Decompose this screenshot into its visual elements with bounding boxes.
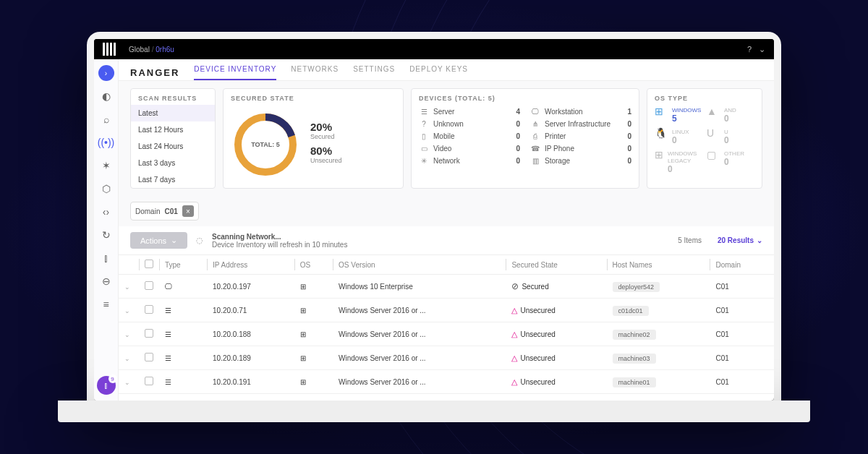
device-type-row[interactable]: ?Unknown0 [419,119,520,129]
chevron-down-icon[interactable]: ⌄ [759,45,765,54]
expand-icon[interactable]: ⌄ [124,283,133,291]
close-icon[interactable]: × [182,205,194,217]
results-dropdown[interactable]: 20 Results ⌄ [718,236,762,244]
rail-code-icon[interactable]: ‹› [98,204,114,220]
tab-deploy-keys[interactable]: DEPLOY KEYS [409,65,468,80]
scan-option[interactable]: Last 7 days [131,171,215,188]
tab-settings[interactable]: SETTINGS [353,65,395,80]
unsecured-label: Unsecured [310,157,342,164]
row-checkbox[interactable] [145,377,153,385]
rail-dashboard-icon[interactable]: ◐ [98,88,114,104]
os-type-cell[interactable]: ▢OTHER0 [707,150,754,174]
tab-device-inventory[interactable]: DEVICE INVENTORY [194,65,276,80]
secured-icon: Secured [511,283,548,291]
secured-state-card: SECURED STATE TOTAL: 5 20% [223,88,404,189]
col-header[interactable]: OS Version [333,255,506,275]
expand-icon[interactable]: ⌄ [124,379,133,386]
video-icon: ▭ [419,145,429,153]
chat-button[interactable]: ⫿ 9 [97,376,116,395]
os-type-cell[interactable]: 🐧LINUX0 [655,128,702,145]
os-type-cell[interactable]: UU0 [707,128,754,145]
expand-icon[interactable]: ⌄ [124,355,133,362]
col-header[interactable]: Secured State [506,255,606,275]
server-icon: ☰ [419,108,429,116]
row-checkbox[interactable] [145,281,153,290]
device-type-row[interactable]: ▭Video0 [419,143,520,154]
rail-shield-icon[interactable]: ⬡ [98,181,114,197]
host-pill: c01dc01 [613,306,649,316]
windows-legacy-icon: ⊞ [655,150,663,160]
row-checkbox[interactable] [145,353,153,361]
os-type-title: OS TYPE [655,95,754,102]
col-header[interactable] [119,255,139,275]
checkbox[interactable] [145,260,153,268]
device-type-row[interactable]: ✳Network0 [419,155,520,166]
scan-option[interactable]: Latest [131,105,215,121]
host-pill: machine03 [613,354,656,364]
breadcrumb-leaf[interactable]: 0rh6u [156,46,174,53]
unsecured-icon: Unsecured [511,378,555,386]
col-header[interactable] [139,255,159,275]
breadcrumb: Global / 0rh6u [129,46,174,53]
rail-sync-icon[interactable]: ↻ [98,227,114,243]
scan-results-card: SCAN RESULTS LatestLast 12 HoursLast 24 … [130,88,216,189]
host-pill: machine01 [613,377,656,387]
os-icon: ⊞ [300,354,306,362]
col-header[interactable]: Host Names [607,255,710,275]
col-header[interactable]: IP Address [207,255,294,275]
col-header[interactable]: Type [159,255,207,275]
rail-search-icon[interactable]: ⌕ [98,111,114,127]
filter-chip[interactable]: Domain C01 × [130,202,199,220]
printer-icon: ⎙ [530,132,540,140]
row-checkbox[interactable] [145,305,153,314]
scan-option[interactable]: Last 12 Hours [131,121,215,138]
header: RANGER DEVICE INVENTORYNETWORKSSETTINGSD… [119,59,774,81]
os-icon: ⊞ [300,330,306,338]
rail-archive-icon[interactable]: ⊖ [98,273,114,289]
rail-chart-icon[interactable]: ⫿ [98,250,114,266]
chevron-down-icon: ⌄ [171,236,177,245]
device-type-row[interactable]: ▥Storage0 [530,155,631,166]
actions-button[interactable]: Actions ⌄ [130,232,187,249]
col-header[interactable]: OS [294,255,333,275]
os-type-cell[interactable]: ⊞WINDOWS5 [655,106,702,124]
os-type-cell[interactable]: ⊞WINDOWS LEGACY0 [655,150,702,174]
host-pill: deployer542 [613,282,660,292]
device-type-row[interactable]: ⎙Printer0 [530,131,631,142]
help-icon[interactable]: ? [747,45,752,54]
expand-icon[interactable]: ⌄ [124,307,133,314]
scan-option[interactable]: Last 3 days [131,155,215,171]
devices-card: DEVICES (TOTAL: 5) ☰Server4🖵Workstation1… [411,88,639,189]
rail-settings-icon[interactable]: ≡ [98,296,114,312]
secured-label: Secured [310,133,342,140]
os-icon: ⊞ [300,283,306,291]
scan-option[interactable]: Last 24 Hours [131,138,215,155]
topbar: Global / 0rh6u ? ⌄ [94,39,774,59]
os-type-cell[interactable]: ▲AND0 [707,106,754,124]
devices-title: DEVICES (TOTAL: 5) [419,95,631,102]
actions-row: Actions ⌄ ◌ Scanning Network... Device I… [119,226,774,254]
storage-icon: ▥ [530,157,540,165]
device-type-row[interactable]: 🖵Workstation1 [530,106,631,117]
expand-icon[interactable]: ⌄ [124,331,133,338]
tab-networks[interactable]: NETWORKS [291,65,339,80]
scan-results-title: SCAN RESULTS [131,89,215,105]
table-row[interactable]: ⌄🖵10.20.0.197⊞Windows 10 EnterpriseSecur… [119,275,774,299]
unknown-os-icon: U [707,128,720,138]
rail-star-icon[interactable]: ✶ [98,158,114,174]
row-checkbox[interactable] [145,329,153,338]
rail-ranger-icon[interactable]: ((•)) [98,134,114,150]
col-header[interactable]: Domain [710,255,774,275]
app-logo-icon [103,43,116,56]
device-type-row[interactable]: ☎IP Phone0 [530,143,631,154]
table-row[interactable]: ⌄☰10.20.0.71⊞Windows Server 2016 or ...U… [119,299,774,322]
device-type-row[interactable]: ☰Server4 [419,106,520,117]
rail-home-icon[interactable]: › [98,65,114,81]
type-icon: ☰ [165,378,171,386]
device-type-row[interactable]: ⋔Server Infrastructure0 [530,119,631,129]
breadcrumb-root[interactable]: Global [129,46,150,53]
table-row[interactable]: ⌄☰10.20.0.191⊞Windows Server 2016 or ...… [119,370,774,394]
table-row[interactable]: ⌄☰10.20.0.189⊞Windows Server 2016 or ...… [119,346,774,370]
table-row[interactable]: ⌄☰10.20.0.188⊞Windows Server 2016 or ...… [119,322,774,346]
device-type-row[interactable]: ▯Mobile0 [419,131,520,142]
